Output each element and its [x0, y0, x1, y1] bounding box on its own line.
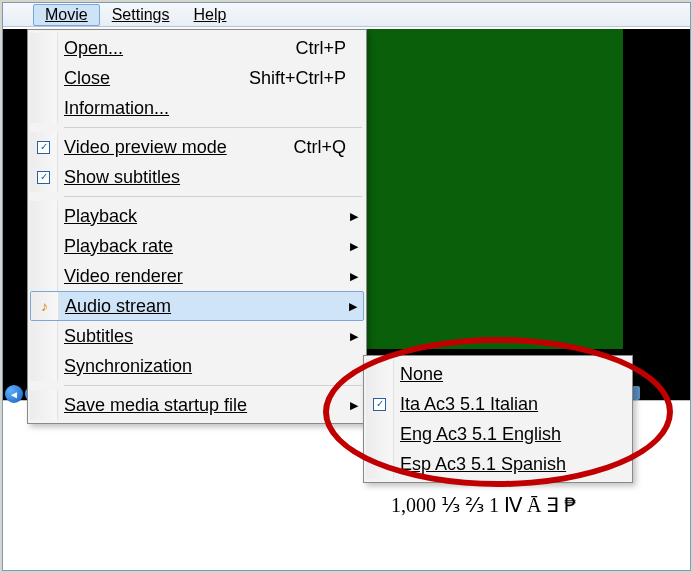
- prev-button[interactable]: ◄: [5, 385, 23, 403]
- menu-item-video-preview[interactable]: ✓ Video preview mode Ctrl+Q: [30, 132, 364, 162]
- menu-separator: [64, 127, 362, 128]
- status-sample-text: 1,000 ⅓ ⅔ 1 Ⅳ Ā ∃ ₱: [391, 493, 577, 517]
- menubar-item-movie[interactable]: Movie: [33, 4, 100, 26]
- submenu-arrow-icon: ▶: [350, 330, 358, 343]
- menubar-item-help[interactable]: Help: [182, 4, 239, 26]
- menu-item-information[interactable]: Information...: [30, 93, 364, 123]
- checkbox-checked-icon: ✓: [373, 398, 386, 411]
- menu-separator: [64, 385, 362, 386]
- menu-item-audio-stream[interactable]: ♪ Audio stream ▶: [30, 291, 364, 321]
- submenu-item-esp[interactable]: Esp Ac3 5.1 Spanish: [366, 449, 630, 479]
- menu-item-open[interactable]: Open... Ctrl+P: [30, 33, 364, 63]
- menubar: Movie Settings Help: [3, 3, 690, 27]
- movie-menu: Open... Ctrl+P Close Shift+Ctrl+P Inform…: [27, 29, 367, 424]
- menu-item-playback[interactable]: Playback ▶: [30, 201, 364, 231]
- submenu-item-ita[interactable]: ✓ Ita Ac3 5.1 Italian: [366, 389, 630, 419]
- music-note-icon: ♪: [41, 298, 48, 314]
- menu-item-video-renderer[interactable]: Video renderer ▶: [30, 261, 364, 291]
- submenu-arrow-icon: ▶: [350, 240, 358, 253]
- menubar-item-settings[interactable]: Settings: [100, 4, 182, 26]
- checkbox-checked-icon: ✓: [37, 141, 50, 154]
- menu-item-playback-rate[interactable]: Playback rate ▶: [30, 231, 364, 261]
- submenu-item-none[interactable]: None: [366, 359, 630, 389]
- menu-item-save-startup[interactable]: Save media startup file ▶: [30, 390, 364, 420]
- menu-item-synchronization[interactable]: Synchronization: [30, 351, 364, 381]
- submenu-arrow-icon: ▶: [350, 210, 358, 223]
- submenu-item-eng[interactable]: Eng Ac3 5.1 English: [366, 419, 630, 449]
- submenu-arrow-icon: ▶: [349, 300, 357, 313]
- menu-item-close[interactable]: Close Shift+Ctrl+P: [30, 63, 364, 93]
- menu-separator: [64, 196, 362, 197]
- submenu-arrow-icon: ▶: [350, 399, 358, 412]
- timeline-marker[interactable]: [632, 386, 640, 400]
- checkbox-checked-icon: ✓: [37, 171, 50, 184]
- menu-item-subtitles[interactable]: Subtitles ▶: [30, 321, 364, 351]
- app-window: Movie Settings Help ✦ ◄ ▶ 1,000 ⅓ ⅔ 1 Ⅳ …: [2, 2, 691, 571]
- menu-item-show-subtitles[interactable]: ✓ Show subtitles: [30, 162, 364, 192]
- audio-stream-submenu: None ✓ Ita Ac3 5.1 Italian Eng Ac3 5.1 E…: [363, 355, 633, 483]
- submenu-arrow-icon: ▶: [350, 270, 358, 283]
